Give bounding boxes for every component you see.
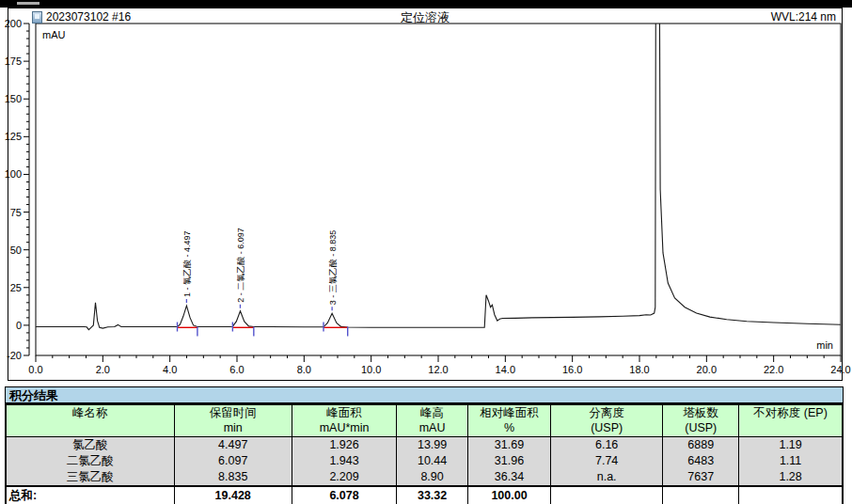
y-tick-label: 175 <box>5 55 22 67</box>
y-tick-label: 75 <box>10 207 22 218</box>
chromatogram-plot[interactable]: 2001751501251007550250-200.02.04.06.08.0… <box>8 8 842 380</box>
result-cell: 7637 <box>663 469 739 486</box>
total-cell <box>550 486 662 504</box>
total-cell <box>739 486 843 504</box>
results-header-row: 峰名称 保留时间min峰面积mAU*min峰高mAU相对峰面积%分离度(USP)… <box>6 404 843 437</box>
x-tick-label: 18.0 <box>629 364 649 375</box>
integration-results-section: 积分结果 峰名称 保留时间min峰面积mAU*min峰高mAU相对峰面积%分离度… <box>5 386 844 504</box>
y-tick-label: 150 <box>5 93 22 104</box>
result-cell: 31.96 <box>468 453 551 469</box>
peak-label: 3 - 三氯乙酸 - 8.835 <box>328 230 338 306</box>
total-cell: 6.078 <box>292 486 396 504</box>
total-row: 总和:19.4286.07833.32100.00 <box>6 486 843 504</box>
column-header-7: 塔板数(USP) <box>663 404 739 437</box>
result-cell: 氯乙酸 <box>6 437 174 454</box>
result-cell: 1.11 <box>739 453 843 469</box>
total-cell: 33.32 <box>397 486 468 504</box>
result-cell: 7.74 <box>550 453 662 469</box>
signal-curve <box>36 0 841 330</box>
peak-result-row[interactable]: 三氯乙酸8.8352.2098.9036.34n.a.76371.28 <box>6 469 843 486</box>
result-cell: 6.097 <box>174 453 292 469</box>
total-cell: 19.428 <box>174 486 292 504</box>
x-unit-label: min <box>816 339 833 351</box>
column-header-1: 峰名称 <box>6 404 174 437</box>
x-tick-label: 22.0 <box>764 364 783 375</box>
y-tick-label: -20 <box>7 350 22 361</box>
plot-frame <box>36 24 841 355</box>
y-tick-label: 100 <box>5 168 22 180</box>
column-header-6: 分离度(USP) <box>550 404 662 437</box>
result-cell: 4.497 <box>174 437 292 454</box>
peak-label: 2 - 二氯乙酸 - 6.097 <box>236 228 245 303</box>
top-bar-text-fragment <box>17 2 39 5</box>
result-cell: 二氯乙酸 <box>6 453 174 469</box>
peak-result-row[interactable]: 二氯乙酸6.0971.94310.4431.967.7464831.11 <box>6 453 843 469</box>
y-tick-label: 50 <box>10 244 22 256</box>
column-header-8: 不对称度 (EP) <box>739 404 843 437</box>
result-cell: 10.44 <box>397 453 468 469</box>
y-tick-label: 25 <box>10 282 22 293</box>
window-top-bar <box>0 0 852 8</box>
total-cell: 100.00 <box>468 486 551 504</box>
x-tick-label: 8.0 <box>297 364 311 375</box>
y-tick-label: 125 <box>5 131 22 142</box>
chromatogram-panel: 2001751501251007550250-200.02.04.06.08.0… <box>8 8 843 381</box>
column-header-4: 峰高mAU <box>397 404 468 437</box>
result-cell: 1.926 <box>292 437 396 454</box>
result-cell: 2.209 <box>292 469 396 486</box>
y-tick-label: 0 <box>16 320 22 331</box>
x-tick-label: 20.0 <box>697 364 717 375</box>
chart-header: 2023073102 #16 定位溶液 WVL:214 nm <box>8 9 842 24</box>
result-cell: n.a. <box>550 469 662 486</box>
peak-result-row[interactable]: 氯乙酸4.4971.92613.9931.696.1668891.19 <box>6 437 843 454</box>
x-tick-label: 24.0 <box>830 364 850 375</box>
result-cell: 36.34 <box>468 469 551 486</box>
result-cell: 三氯乙酸 <box>6 469 174 486</box>
x-tick-label: 16.0 <box>562 364 582 375</box>
result-cell: 8.90 <box>397 469 468 486</box>
x-tick-label: 14.0 <box>496 364 515 375</box>
result-cell: 8.835 <box>174 469 292 486</box>
total-label: 总和: <box>6 486 174 504</box>
x-tick-label: 4.0 <box>163 364 177 375</box>
results-section-title: 积分结果 <box>5 386 844 403</box>
result-cell: 6.16 <box>550 437 662 454</box>
result-cell: 13.99 <box>397 437 468 454</box>
x-tick-label: 10.0 <box>361 364 381 375</box>
x-tick-label: 0.0 <box>28 364 42 375</box>
result-cell: 6889 <box>663 437 739 454</box>
result-cell: 1.943 <box>292 453 396 469</box>
result-cell: 1.28 <box>739 469 843 486</box>
chart-title: 定位溶液 <box>8 9 842 25</box>
column-header-5: 相对峰面积% <box>468 404 551 437</box>
x-tick-label: 12.0 <box>428 364 448 375</box>
x-tick-label: 6.0 <box>229 364 244 375</box>
result-cell: 6483 <box>663 453 739 469</box>
results-table: 峰名称 保留时间min峰面积mAU*min峰高mAU相对峰面积%分离度(USP)… <box>5 403 844 504</box>
x-tick-label: 2.0 <box>96 364 110 375</box>
column-header-2: 保留时间min <box>174 404 292 437</box>
y-unit-label: mAU <box>42 29 66 40</box>
wavelength-label: WVL:214 nm <box>771 9 836 25</box>
result-cell: 1.19 <box>739 437 843 454</box>
peak-label: 1 - 氯乙酸 - 4.497 <box>182 231 192 298</box>
result-cell: 31.69 <box>468 437 551 454</box>
column-header-3: 峰面积mAU*min <box>292 404 396 437</box>
total-cell <box>663 486 739 504</box>
